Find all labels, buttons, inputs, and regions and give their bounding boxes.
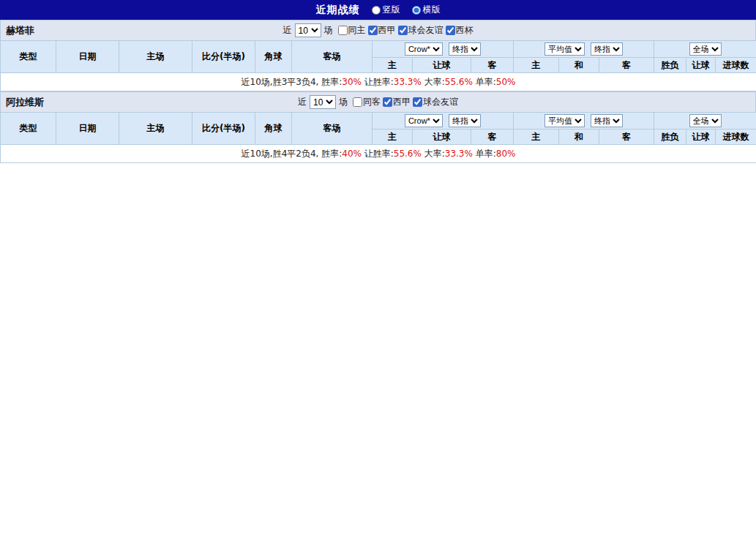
matches-table: 类型 日期 主场 比分(半场) 角球 客场 Crow* 终指 平均值 终指 [0, 40, 756, 91]
title-bar: 近期战绩 竖版 横版 [0, 0, 756, 20]
col-winloss: 胜负 [654, 130, 686, 145]
col-type: 类型 [1, 41, 56, 73]
filter-option-label: 球会友谊 [423, 96, 458, 108]
team-name-title: 阿拉维斯 [6, 96, 44, 109]
filter-option[interactable]: 同主 [338, 24, 366, 37]
col-euro-home: 主 [514, 130, 559, 145]
col-score: 比分(半场) [192, 113, 255, 145]
recent-label: 近 [283, 24, 292, 37]
summary-row: 近10场,胜3平3负4, 胜率:30% 让胜率:33.3% 大率:55.6% 单… [1, 73, 756, 91]
filter-checkbox[interactable] [353, 97, 362, 107]
filter-checkbox[interactable] [383, 97, 392, 107]
filter-checkbox-group: 同主西甲球会友谊西杯 [336, 24, 474, 37]
summary-stat-label: 胜率: [321, 149, 342, 159]
euro-source-select[interactable]: 平均值 [544, 114, 585, 127]
handicap-odds-group: Crow* 终指 [373, 113, 514, 130]
scope-select[interactable]: 全场 [689, 42, 722, 56]
summary-prefix: 近10场,胜4平2负4, [242, 149, 322, 159]
filter-option[interactable]: 西甲 [368, 24, 396, 37]
odds-source-select[interactable]: Crow* [405, 114, 443, 127]
recent-results-page: 近期战绩 竖版 横版 赫塔菲 近 10 场 同主西甲球会友谊西杯 [0, 0, 756, 163]
col-handicap-result: 让球 [686, 130, 716, 145]
euro-odds-group: 平均值 终指 [514, 41, 654, 58]
section-header-bar: 阿拉维斯 近 10 场 同客西甲球会友谊 [0, 91, 756, 112]
euro-time-select[interactable]: 终指 [591, 114, 623, 127]
filter-option-label: 西甲 [393, 96, 411, 108]
match-count-select[interactable]: 10 [295, 23, 321, 37]
filter-option[interactable]: 球会友谊 [413, 96, 458, 108]
odds-source-select[interactable]: Crow* [405, 42, 443, 56]
filter-option[interactable]: 球会友谊 [398, 24, 444, 37]
filter-option[interactable]: 西杯 [446, 24, 474, 37]
summary-stat-value: 80% [496, 149, 516, 159]
summary-stat-label: 让胜率: [362, 149, 394, 159]
col-ah-home: 主 [373, 58, 413, 73]
horizontal-layout-radio[interactable] [412, 6, 421, 15]
summary-stat-label: 大率: [422, 77, 445, 87]
summary-stat-value: 55.6% [445, 77, 473, 87]
summary-stat-label: 单率: [473, 77, 496, 87]
table-footer: 近10场,胜3平3负4, 胜率:30% 让胜率:33.3% 大率:55.6% 单… [1, 73, 756, 91]
col-ah-home: 主 [373, 130, 413, 145]
vertical-layout-radio[interactable] [372, 6, 381, 15]
summary-stat-value: 50% [496, 77, 516, 87]
filter-option[interactable]: 同客 [353, 96, 381, 108]
filter-checkbox[interactable] [368, 26, 378, 35]
section-header-bar: 赫塔菲 近 10 场 同主西甲球会友谊西杯 [0, 20, 756, 40]
euro-source-select[interactable]: 平均值 [544, 42, 585, 56]
table-header: 类型 日期 主场 比分(半场) 角球 客场 Crow* 终指 平均值 终指 [1, 113, 756, 145]
filter-checkbox[interactable] [338, 26, 348, 35]
summary-stat-value: 33.3% [445, 149, 473, 159]
layout-option-horizontal[interactable]: 横版 [412, 4, 441, 16]
col-home: 主场 [119, 41, 192, 73]
col-away: 客场 [292, 113, 373, 145]
odds-time-select[interactable]: 终指 [449, 114, 481, 127]
col-corners: 角球 [255, 41, 292, 73]
team-section-getafe: 赫塔菲 近 10 场 同主西甲球会友谊西杯 类型 日期 主场 比分(半场) [0, 20, 756, 91]
col-date: 日期 [56, 113, 119, 145]
col-ah-away: 客 [471, 130, 514, 145]
summary-stat-value: 55.6% [394, 149, 422, 159]
col-away: 客场 [292, 41, 373, 73]
matches-label: 场 [339, 96, 348, 108]
summary-stat-label: 胜率: [321, 77, 342, 87]
summary-row: 近10场,胜4平2负4, 胜率:40% 让胜率:55.6% 大率:33.3% 单… [1, 145, 756, 163]
result-group: 全场 [654, 41, 756, 58]
col-ah-line: 让球 [413, 58, 471, 73]
filter-option-label: 同主 [348, 24, 366, 37]
handicap-odds-group: Crow* 终指 [373, 41, 514, 58]
col-euro-away: 客 [599, 130, 654, 145]
team-name-title: 赫塔菲 [6, 24, 34, 37]
col-euro-draw: 和 [559, 58, 599, 73]
filter-option-label: 西杯 [456, 24, 474, 37]
filter-checkbox[interactable] [413, 97, 422, 107]
table-footer: 近10场,胜4平2负4, 胜率:40% 让胜率:55.6% 大率:33.3% 单… [1, 145, 756, 163]
filter-checkbox[interactable] [446, 26, 455, 35]
odds-time-select[interactable]: 终指 [449, 42, 481, 56]
summary-prefix: 近10场,胜3平3负4, [242, 77, 322, 87]
matches-table: 类型 日期 主场 比分(半场) 角球 客场 Crow* 终指 平均值 终指 [0, 112, 756, 163]
filter-option-label: 同客 [363, 96, 381, 108]
euro-time-select[interactable]: 终指 [591, 42, 623, 56]
euro-odds-group: 平均值 终指 [514, 113, 654, 130]
summary-stat-label: 让胜率: [362, 77, 394, 87]
col-winloss: 胜负 [654, 58, 686, 73]
filter-option[interactable]: 西甲 [383, 96, 411, 108]
scope-select[interactable]: 全场 [689, 114, 722, 127]
page-title: 近期战绩 [316, 4, 360, 17]
col-goals-result: 进球数 [716, 58, 756, 73]
filter-option-label: 球会友谊 [408, 24, 444, 37]
filter-controls: 近 10 场 同主西甲球会友谊西杯 [283, 23, 474, 37]
summary-stat-value: 33.3% [394, 77, 422, 87]
matches-label: 场 [324, 24, 333, 37]
col-corners: 角球 [255, 113, 292, 145]
layout-option-vertical[interactable]: 竖版 [372, 4, 400, 16]
col-handicap-result: 让球 [686, 58, 716, 73]
col-type: 类型 [1, 113, 56, 145]
summary-stat-label: 大率: [422, 149, 445, 159]
col-score: 比分(半场) [192, 41, 255, 73]
match-count-select[interactable]: 10 [310, 95, 336, 109]
result-group: 全场 [654, 113, 756, 130]
col-home: 主场 [119, 113, 192, 145]
filter-checkbox[interactable] [398, 26, 408, 35]
